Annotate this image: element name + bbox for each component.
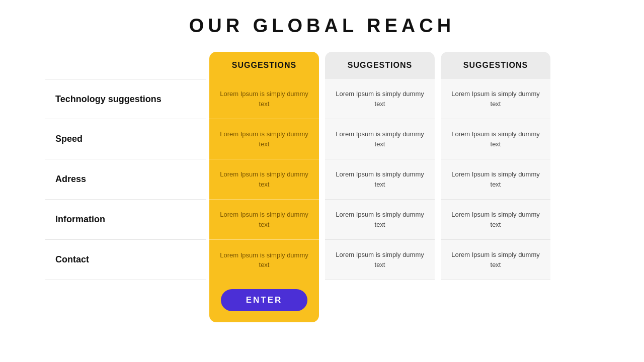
row-label-information: Information [45, 200, 206, 240]
cell-speed-2: Lorem Ipsum is simply dummy text [325, 119, 435, 159]
row-label-technology: Technology suggestions [45, 79, 206, 119]
cell-contact-3: Lorem Ipsum is simply dummy text [441, 240, 550, 280]
header-col-3: SUGGESTIONS [441, 52, 550, 79]
cell-contact-2: Lorem Ipsum is simply dummy text [325, 240, 435, 280]
footer-cell-2 [322, 280, 438, 322]
row-label-speed: Speed [45, 119, 206, 159]
cell-technology-3: Lorem Ipsum is simply dummy text [441, 79, 550, 119]
cell-address-3: Lorem Ipsum is simply dummy text [441, 159, 550, 200]
header-col-1: SUGGESTIONS [209, 52, 319, 79]
row-label-address: Adress [45, 159, 206, 200]
cell-information-1: Lorem Ipsum is simply dummy text [209, 200, 319, 240]
cell-information-2: Lorem Ipsum is simply dummy text [325, 200, 435, 240]
header-col-2: SUGGESTIONS [325, 52, 435, 79]
enter-button[interactable]: ENTER [221, 289, 308, 311]
cell-information-3: Lorem Ipsum is simply dummy text [441, 200, 550, 240]
footer-cell-3 [438, 280, 553, 322]
table-grid: SUGGESTIONS SUGGESTIONS SUGGESTIONS Tech… [45, 52, 599, 322]
cell-address-1: Lorem Ipsum is simply dummy text [209, 159, 319, 200]
table-container: SUGGESTIONS SUGGESTIONS SUGGESTIONS Tech… [45, 52, 599, 322]
row-label-contact: Contact [45, 240, 206, 280]
cell-speed-3: Lorem Ipsum is simply dummy text [441, 119, 550, 159]
cell-address-2: Lorem Ipsum is simply dummy text [325, 159, 435, 200]
header-empty [45, 52, 206, 79]
page-wrapper: OUR GLOBAL REACH SUGGESTIONS SUGGESTIONS… [0, 0, 644, 362]
cell-technology-2: Lorem Ipsum is simply dummy text [325, 79, 435, 119]
cell-speed-1: Lorem Ipsum is simply dummy text [209, 119, 319, 159]
footer-empty [45, 280, 206, 322]
page-title: OUR GLOBAL REACH [189, 15, 455, 37]
footer-cell-1: ENTER [209, 280, 319, 322]
cell-technology-1: Lorem Ipsum is simply dummy text [209, 79, 319, 119]
cell-contact-1: Lorem Ipsum is simply dummy text [209, 240, 319, 280]
